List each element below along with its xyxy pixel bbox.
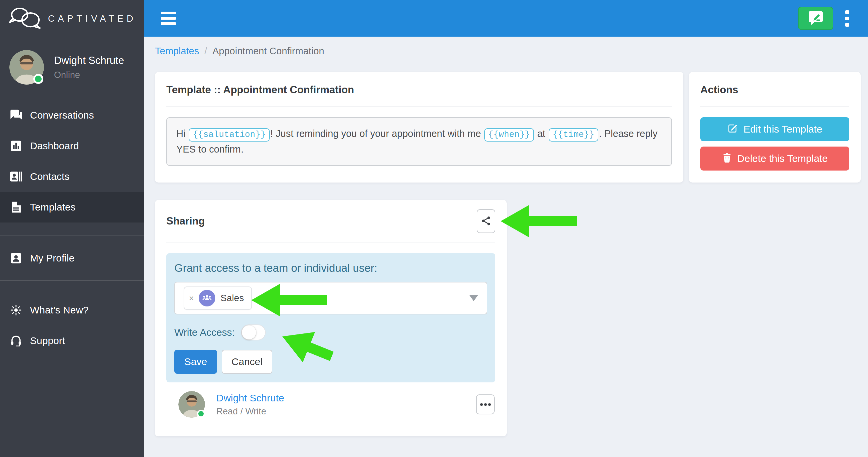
breadcrumb: Templates / Appointment Confirmation (155, 44, 868, 58)
online-status-dot (33, 74, 43, 84)
compose-message-button[interactable] (798, 7, 833, 30)
toggle-knob (242, 325, 256, 339)
template-preview: Hi {{salutation}}! Just reminding you of… (166, 117, 672, 166)
actions-card: Actions Edit this Template (689, 72, 861, 183)
sidebar-nav: Conversations Dashboard (0, 100, 144, 223)
sidebar-item-label: What's New? (30, 304, 89, 316)
whats-new-icon (10, 304, 22, 316)
trash-icon (722, 153, 732, 165)
shared-user-permission: Read / Write (216, 406, 284, 417)
annotation-arrow-share (501, 205, 577, 237)
breadcrumb-current: Appointment Confirmation (212, 46, 324, 57)
cancel-button[interactable]: Cancel (222, 350, 272, 374)
online-status-dot (197, 410, 205, 418)
profile-icon (10, 252, 22, 264)
sidebar-item-contacts[interactable]: Contacts (0, 161, 144, 192)
write-access-label: Write Access: (174, 327, 241, 338)
conversations-icon (10, 109, 22, 121)
remove-team-icon[interactable]: × (189, 293, 194, 303)
sidebar-item-whats-new[interactable]: What's New? (0, 295, 144, 325)
sidebar-item-label: My Profile (30, 253, 74, 264)
share-button[interactable] (477, 209, 495, 233)
templates-icon (10, 201, 22, 213)
share-item-options-button[interactable] (476, 394, 495, 414)
edit-template-button[interactable]: Edit this Template (700, 117, 849, 141)
sidebar-item-templates[interactable]: Templates (0, 192, 144, 223)
shared-user-link[interactable]: Dwight Schrute (216, 392, 284, 404)
delete-template-button[interactable]: Delete this Template (700, 146, 849, 170)
team-icon (199, 290, 215, 306)
template-text: at (535, 128, 548, 139)
contacts-icon (10, 170, 22, 183)
sidebar-item-label: Templates (30, 201, 76, 213)
salutation-token: {{salutation}} (189, 128, 269, 141)
share-list-item: Dwight Schrute Read / Write (155, 391, 507, 418)
chevron-down-caret[interactable] (469, 295, 478, 301)
avatar (9, 50, 44, 85)
kebab-menu-icon[interactable] (845, 10, 849, 27)
dashboard-icon (10, 140, 22, 152)
template-card-title: Template :: Appointment Confirmation (155, 72, 683, 106)
sidebar-item-my-profile[interactable]: My Profile (0, 243, 144, 273)
sharing-card-title: Sharing (166, 215, 205, 227)
template-card: Template :: Appointment Confirmation Hi … (155, 72, 683, 183)
delete-template-label: Delete this Template (737, 153, 828, 164)
brand-name: CAPTIVATED (48, 14, 137, 24)
sharing-card: Sharing Grant access to a team or indivi… (155, 200, 507, 436)
sidebar-item-support[interactable]: Support (0, 325, 144, 356)
topbar (144, 0, 868, 37)
hamburger-icon[interactable] (161, 12, 176, 25)
sidebar-item-label: Contacts (30, 171, 69, 182)
template-text: ! Just reminding you of your appointment… (270, 128, 484, 139)
sidebar-item-label: Support (30, 335, 65, 347)
grant-access-panel: Grant access to a team or individual use… (166, 253, 495, 382)
edit-template-label: Edit this Template (743, 124, 822, 135)
divider (166, 106, 672, 107)
team-user-select[interactable]: × Sales (174, 282, 487, 315)
template-text: Hi (176, 128, 188, 139)
when-token: {{when}} (484, 128, 534, 141)
brand-logo: CAPTIVATED (0, 0, 144, 37)
sidebar-item-dashboard[interactable]: Dashboard (0, 131, 144, 161)
share-nodes-icon (481, 216, 491, 227)
avatar (178, 391, 205, 418)
selected-team-chip: × Sales (184, 287, 252, 310)
ellipsis-icon (480, 403, 491, 406)
compose-message-icon (808, 10, 824, 27)
captivated-bubbles-icon (9, 7, 41, 31)
actions-card-title: Actions (689, 72, 861, 106)
user-status: Online (54, 70, 124, 80)
selected-team-name: Sales (221, 293, 244, 303)
edit-pencil-icon (727, 123, 738, 136)
sidebar-item-conversations[interactable]: Conversations (0, 100, 144, 131)
user-name: Dwight Schrute (54, 55, 124, 67)
support-icon (10, 335, 22, 347)
save-button[interactable]: Save (174, 350, 217, 374)
breadcrumb-separator: / (204, 46, 207, 57)
divider (166, 242, 495, 242)
time-token: {{time}} (549, 128, 598, 141)
sidebar-item-label: Dashboard (30, 140, 79, 152)
write-access-toggle[interactable] (241, 324, 266, 340)
sidebar: CAPTIVATED Dwight Schrute Online (0, 0, 144, 457)
sidebar-item-label: Conversations (30, 109, 94, 121)
breadcrumb-templates-link[interactable]: Templates (155, 46, 199, 57)
page-content: Templates / Appointment Confirmation Tem… (144, 37, 868, 457)
user-profile: Dwight Schrute Online (0, 37, 144, 100)
grant-access-heading: Grant access to a team or individual use… (174, 262, 487, 274)
